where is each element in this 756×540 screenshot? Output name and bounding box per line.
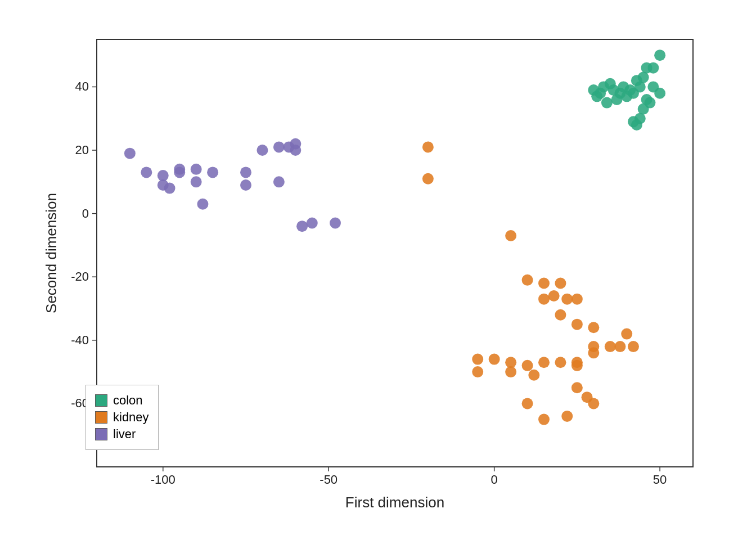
svg-point-56: [555, 277, 566, 289]
svg-text:0: 0: [82, 206, 89, 220]
svg-point-59: [572, 294, 583, 305]
svg-point-86: [621, 328, 632, 340]
svg-point-76: [489, 354, 500, 365]
svg-point-87: [124, 148, 136, 159]
svg-point-96: [197, 199, 208, 210]
legend-label-liver: liver: [113, 427, 136, 442]
svg-point-58: [561, 294, 573, 305]
svg-point-61: [555, 309, 566, 321]
svg-point-75: [472, 354, 483, 365]
svg-point-55: [538, 277, 550, 289]
svg-text:-40: -40: [71, 333, 89, 347]
svg-point-53: [505, 230, 516, 241]
svg-point-66: [588, 347, 599, 358]
svg-point-70: [522, 360, 533, 371]
svg-point-107: [307, 218, 318, 229]
svg-point-51: [422, 141, 434, 152]
svg-point-62: [572, 319, 583, 330]
svg-point-44: [647, 81, 659, 92]
svg-point-106: [296, 220, 308, 232]
svg-point-52: [422, 173, 434, 184]
svg-point-60: [538, 294, 550, 305]
svg-point-85: [628, 341, 639, 352]
legend-label-colon: colon: [113, 393, 143, 408]
svg-point-72: [528, 370, 539, 381]
legend-color-colon: [95, 394, 107, 407]
svg-point-57: [548, 290, 560, 302]
svg-point-77: [472, 366, 483, 377]
svg-text:20: 20: [75, 143, 89, 157]
legend-item-kidney: kidney: [95, 410, 149, 425]
svg-point-42: [588, 84, 599, 96]
svg-point-65: [605, 341, 616, 352]
svg-point-50: [634, 113, 646, 124]
svg-point-79: [538, 414, 550, 425]
svg-point-101: [256, 145, 268, 156]
svg-text:-100: -100: [151, 472, 176, 487]
legend-color-kidney: [95, 411, 107, 424]
svg-text:0: 0: [491, 472, 498, 487]
svg-point-105: [290, 145, 301, 156]
svg-point-98: [240, 166, 251, 178]
svg-point-108: [330, 218, 341, 229]
svg-point-83: [588, 398, 599, 409]
legend-item-colon: colon: [95, 393, 149, 408]
svg-point-38: [601, 97, 613, 109]
svg-point-80: [561, 411, 573, 422]
svg-point-81: [572, 382, 583, 393]
svg-text:First dimension: First dimension: [345, 494, 444, 511]
legend: colon kidney liver: [86, 385, 159, 450]
svg-point-54: [522, 274, 533, 286]
legend-color-liver: [95, 428, 107, 440]
svg-point-68: [555, 357, 566, 368]
svg-text:40: 40: [75, 79, 89, 93]
svg-point-69: [538, 357, 550, 368]
svg-point-99: [240, 179, 251, 191]
svg-point-102: [273, 141, 285, 152]
svg-point-74: [505, 357, 516, 368]
svg-text:50: 50: [653, 472, 667, 487]
svg-point-29: [631, 75, 642, 86]
svg-point-78: [522, 398, 533, 409]
svg-point-94: [191, 164, 202, 175]
svg-text:-20: -20: [71, 269, 89, 284]
svg-point-24: [654, 50, 665, 61]
svg-point-73: [572, 360, 583, 371]
svg-point-93: [174, 166, 185, 178]
svg-point-100: [273, 176, 285, 187]
legend-item-liver: liver: [95, 427, 149, 442]
svg-point-63: [588, 322, 599, 333]
svg-text:-50: -50: [320, 472, 338, 487]
svg-point-84: [614, 341, 626, 352]
chart-container: -100-50050-60-40-2002040First dimensionS…: [40, 22, 716, 518]
legend-label-kidney: kidney: [113, 410, 149, 425]
svg-point-97: [207, 166, 218, 178]
svg-point-91: [164, 183, 176, 194]
svg-point-88: [141, 166, 152, 178]
svg-point-95: [191, 176, 202, 187]
svg-text:Second dimension: Second dimension: [43, 193, 60, 313]
